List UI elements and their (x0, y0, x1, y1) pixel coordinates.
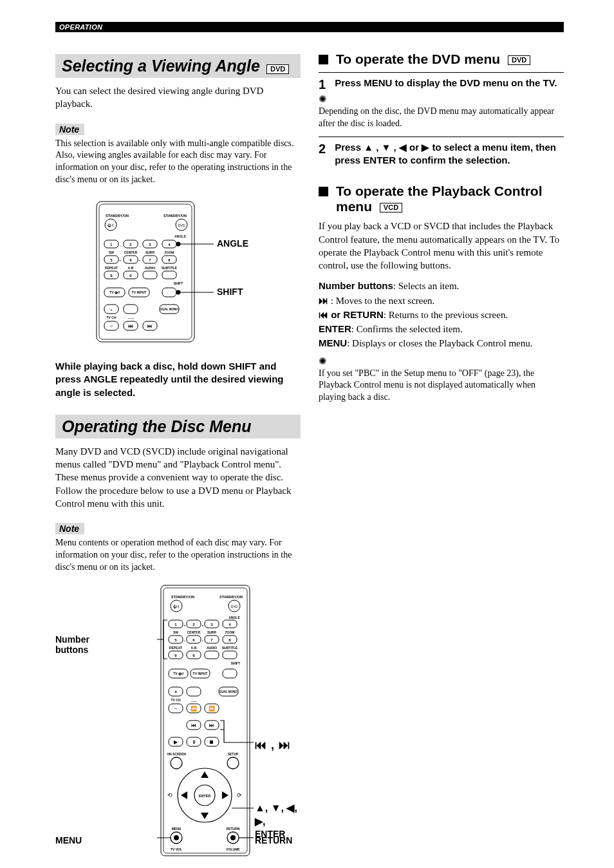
svg-text:SW: SW (173, 630, 178, 634)
svg-text:STANDBY/ON: STANDBY/ON (106, 214, 129, 218)
note-text-1: This selection is available only with mu… (55, 138, 301, 187)
svg-rect-110 (223, 651, 237, 659)
svg-point-157 (174, 835, 179, 840)
angle-instruction: While playing back a disc, hold down SHI… (55, 360, 301, 399)
svg-text:−: − (184, 639, 186, 643)
note-label-2: Note (55, 523, 84, 534)
step-1-number: 1 (319, 77, 326, 91)
svg-text:▶: ▶ (174, 739, 178, 745)
right-column: To operate the DVD menu DVD 1 Press MENU… (319, 39, 564, 868)
dvd-badge-2: DVD (508, 55, 530, 65)
svg-text:⏩: ⏩ (209, 705, 215, 712)
svg-rect-51 (162, 288, 176, 297)
svg-rect-44 (143, 271, 157, 279)
step-2-number: 2 (319, 141, 326, 167)
step-2-text: Press ▲ , ▼ , ◀ or ▶ to select a menu it… (335, 141, 564, 167)
step-2: 2 Press ▲ , ▼ , ◀ or ▶ to select a menu … (319, 137, 564, 167)
svg-text:SHIFT: SHIFT (173, 281, 182, 285)
heading-operating-disc-menu: Operating the Disc Menu (55, 415, 301, 439)
svg-rect-116 (223, 669, 237, 678)
svg-text:REPEAT: REPEAT (169, 646, 182, 650)
sub1-title: To operate the DVD menu (336, 52, 500, 66)
svg-text:SHIFT: SHIFT (217, 287, 243, 297)
svg-rect-109 (205, 651, 219, 659)
svg-rect-45 (162, 271, 176, 279)
svg-text:CENTER: CENTER (187, 630, 201, 634)
svg-point-142 (171, 757, 182, 769)
svg-point-143 (227, 757, 239, 769)
svg-text:⏮: ⏮ (128, 323, 133, 329)
svg-text:⏭: ⏭ (147, 323, 153, 329)
left-column: Selecting a Viewing Angle DVD You can se… (55, 39, 301, 868)
svg-text:−: − (138, 259, 141, 263)
svg-text:STANDBY/ON: STANDBY/ON (171, 595, 194, 599)
step-1: 1 Press MENU to display the DVD menu on … (319, 72, 564, 91)
svg-text:VOLUME: VOLUME (226, 847, 240, 851)
svg-text:SUBTITLE: SUBTITLE (161, 266, 177, 270)
tip-2-text: If you set "PBC" in the Setup menu to "O… (319, 368, 564, 404)
svg-text:TV ⏻/I: TV ⏻/I (173, 672, 183, 676)
svg-text:TV ⏻/I: TV ⏻/I (109, 290, 120, 295)
svg-text:TV CH: TV CH (171, 698, 181, 702)
svg-rect-119 (187, 687, 201, 696)
note-text-2: Menu contents or operation method of eac… (55, 537, 301, 574)
svg-text:A-B: A-B (191, 646, 197, 650)
svg-text:ANGLE: ANGLE (217, 238, 248, 249)
svg-text:+: + (184, 623, 186, 627)
svg-text:DUAL MONO: DUAL MONO (219, 690, 237, 693)
svg-text:−: − (109, 323, 113, 329)
svg-text:TV VOL: TV VOL (171, 847, 182, 851)
svg-text:SURR: SURR (145, 250, 154, 254)
svg-point-159 (230, 835, 236, 840)
step-1-text: Press MENU to display the DVD menu on th… (335, 77, 557, 91)
svg-text:DVD: DVD (178, 223, 185, 227)
svg-text:⎵⎵⎵: ⎵⎵⎵ (127, 316, 134, 319)
svg-text:STANDBY/ON: STANDBY/ON (219, 595, 243, 599)
svg-text:ANGLE: ANGLE (228, 616, 240, 619)
svg-text:SW: SW (108, 250, 113, 254)
heading-title-2: Operating the Disc Menu (62, 417, 251, 436)
svg-text:⟲: ⟲ (167, 792, 172, 798)
svg-text:−: − (119, 259, 122, 263)
svg-rect-57 (124, 305, 138, 314)
heading-selecting-viewing-angle: Selecting a Viewing Angle DVD (55, 54, 301, 78)
svg-text:ENTER: ENTER (199, 794, 211, 798)
label-skip-icons: ⏮ , ⏭ (255, 739, 291, 751)
svg-text:AUDIO: AUDIO (144, 266, 154, 270)
svg-text:ZOOM: ZOOM (225, 630, 235, 634)
svg-text:⏮: ⏮ (191, 722, 196, 728)
heading-title: Selecting a Viewing Angle (62, 57, 260, 75)
svg-text:⏪: ⏪ (191, 705, 197, 712)
svg-text:ON SCREEN: ON SCREEN (167, 752, 186, 756)
svg-text:⎯⎯⎯: ⎯⎯⎯ (191, 699, 197, 702)
svg-text:⏻/I: ⏻/I (107, 223, 114, 227)
tip-1-text: Depending on the disc, the DVD menu may … (319, 106, 564, 130)
dvd-badge: DVD (266, 64, 289, 74)
remote-figure-2: Number buttons MENU ⏮ , ⏭ ▲, ▼, ◀, ▶, EN… (55, 583, 301, 860)
label-return: RETURN (255, 835, 292, 845)
svg-text:SHIFT: SHIFT (231, 661, 240, 665)
svg-point-52 (176, 290, 180, 295)
disc-menu-intro: Many DVD and VCD (SVCD) include original… (55, 445, 301, 510)
button-definitions: Number buttons: Selects an item. ⏭ : Mov… (319, 279, 564, 350)
svg-text:+: + (110, 308, 113, 312)
svg-text:RETURN: RETURN (227, 827, 240, 831)
svg-text:DUAL MONO: DUAL MONO (160, 308, 178, 311)
label-arrows: ▲, ▼, ◀, ▶, (255, 802, 297, 827)
svg-text:ZOOM: ZOOM (164, 250, 174, 254)
svg-text:TV CH: TV CH (106, 316, 116, 319)
svg-text:A-B: A-B (127, 266, 133, 270)
svg-text:SETUP: SETUP (228, 752, 239, 756)
tip-icon-2: ✺ (319, 357, 564, 366)
square-bullet-icon (319, 55, 328, 64)
playback-intro: If you play back a VCD or SVCD that incl… (319, 220, 564, 272)
vcd-badge: VCD (380, 203, 402, 212)
remote-figure-1: STANDBY/ON ⏻/I STANDBY/ON DVD ANGLE 1 , … (55, 198, 301, 348)
svg-text:AUDIO: AUDIO (207, 646, 217, 650)
svg-text:CENTER: CENTER (124, 250, 137, 254)
svg-text:SUBTITLE: SUBTITLE (222, 646, 238, 650)
section-header: OPERATION (55, 22, 564, 32)
subheading-dvd-menu: To operate the DVD menu DVD (319, 52, 564, 67)
note-label-1: Note (55, 124, 84, 135)
sub2-title: To operate the Playback Control menu (336, 184, 543, 214)
